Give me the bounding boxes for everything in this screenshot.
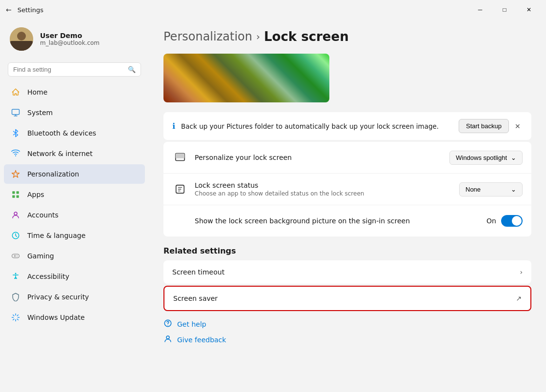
nav-label-privacy: Privacy & security <box>27 293 89 301</box>
related-row-title-screen-timeout: Screen timeout <box>172 268 224 276</box>
nav-label-personalization: Personalization <box>27 170 79 178</box>
sidebar: User Demo m_lab@outlook.com 🔍 Home Syste… <box>0 20 149 392</box>
svg-rect-3 <box>10 41 33 51</box>
breadcrumb: Personalization › Lock screen <box>163 29 531 44</box>
svg-rect-6 <box>12 191 15 194</box>
row-text-lock-status: Lock screen status Choose an app to show… <box>195 181 452 197</box>
row-control-sign-in-bg: On <box>486 215 523 227</box>
svg-point-20 <box>167 325 168 326</box>
settings-section: Personalize your lock screen Windows spo… <box>163 142 531 236</box>
svg-point-13 <box>17 255 18 256</box>
info-icon: ℹ️ <box>172 121 175 131</box>
related-row-title-screen-saver: Screen saver <box>173 294 218 302</box>
search-icon: 🔍 <box>128 66 136 73</box>
svg-point-1 <box>17 32 26 40</box>
nav-icon-accounts <box>11 210 20 220</box>
info-banner-text: Back up your Pictures folder to automati… <box>181 122 439 130</box>
breadcrumb-parent[interactable]: Personalization <box>163 30 252 43</box>
toggle-switch-sign-in-bg[interactable] <box>501 215 523 227</box>
sidebar-item-bluetooth[interactable]: Bluetooth & devices <box>4 123 145 143</box>
minimize-button[interactable]: ─ <box>469 2 491 18</box>
svg-point-10 <box>14 212 17 215</box>
footer-link-label-get-help: Get help <box>177 320 206 328</box>
dropdown-lock-status[interactable]: None ⌄ <box>459 182 523 196</box>
search-input[interactable] <box>13 66 124 73</box>
search-box[interactable]: 🔍 <box>8 62 141 77</box>
breadcrumb-separator: › <box>256 31 260 42</box>
row-title-personalize-lock: Personalize your lock screen <box>195 154 443 161</box>
nav-icon-network <box>11 149 20 158</box>
window-controls: ─ □ ✕ <box>469 2 540 18</box>
sidebar-item-time[interactable]: Time & language <box>4 226 145 245</box>
page-header: Personalization › Lock screen <box>163 29 531 44</box>
lock-screen-preview <box>163 54 329 102</box>
sidebar-item-apps[interactable]: Apps <box>4 185 145 204</box>
sidebar-item-privacy[interactable]: Privacy & security <box>4 287 145 307</box>
sidebar-item-network[interactable]: Network & internet <box>4 144 145 163</box>
user-profile[interactable]: User Demo m_lab@outlook.com <box>0 20 149 59</box>
nav-label-time: Time & language <box>27 232 85 239</box>
settings-row-personalize-lock: Personalize your lock screen Windows spo… <box>163 142 531 174</box>
app-title: Settings <box>18 6 43 14</box>
related-row-screen-timeout[interactable]: Screen timeout › <box>163 260 531 284</box>
svg-rect-7 <box>17 191 19 194</box>
start-backup-button[interactable]: Start backup <box>459 119 509 133</box>
title-bar: ← Settings ─ □ ✕ <box>0 0 546 20</box>
nav-icon-time <box>11 231 20 240</box>
row-icon-lock-status <box>172 181 188 197</box>
nav-icon-gaming <box>11 251 20 261</box>
nav-icon-apps <box>11 190 20 199</box>
toggle-sign-in-bg[interactable]: On <box>486 215 523 227</box>
nav-icon-system <box>11 108 20 118</box>
sidebar-item-update[interactable]: Windows Update <box>4 308 145 327</box>
info-actions: Start backup ✕ <box>459 119 523 133</box>
dropdown-value-personalize-lock: Windows spotlight <box>456 154 507 161</box>
footer-links: Get help Give feedback <box>163 319 531 345</box>
sidebar-item-gaming[interactable]: Gaming <box>4 246 145 266</box>
footer-link-label-give-feedback: Give feedback <box>177 336 226 344</box>
svg-point-14 <box>17 256 18 257</box>
row-control-lock-status: None ⌄ <box>459 182 523 196</box>
maximize-button[interactable]: □ <box>493 2 516 18</box>
svg-rect-17 <box>176 154 184 158</box>
svg-rect-9 <box>17 196 19 198</box>
nav-label-home: Home <box>27 88 47 96</box>
nav-icon-personalization <box>11 169 20 179</box>
row-icon-personalize-lock <box>172 150 188 165</box>
svg-point-21 <box>166 336 169 339</box>
sidebar-item-accessibility[interactable]: Accessibility <box>4 267 145 286</box>
row-text-personalize-lock: Personalize your lock screen <box>195 154 443 161</box>
avatar <box>10 27 33 51</box>
nav-label-gaming: Gaming <box>27 252 54 260</box>
svg-rect-8 <box>12 196 15 198</box>
row-subtitle-lock-status: Choose an app to show detailed status on… <box>195 190 452 197</box>
related-row-screen-saver[interactable]: Screen saver ↗ <box>163 286 531 311</box>
nav-label-system: System <box>27 109 53 117</box>
nav-list: Home System Bluetooth & devices Network … <box>0 82 149 328</box>
footer-link-get-help[interactable]: Get help <box>163 319 531 330</box>
back-icon[interactable]: ← <box>6 6 12 14</box>
related-settings-list: Screen timeout › Screen saver ↗ <box>163 260 531 311</box>
row-title-sign-in-bg: Show the lock screen background picture … <box>195 217 480 225</box>
sidebar-item-home[interactable]: Home <box>4 82 145 102</box>
sidebar-item-accounts[interactable]: Accounts <box>4 205 145 225</box>
nav-icon-privacy <box>11 292 20 302</box>
sidebar-item-system[interactable]: System <box>4 103 145 122</box>
user-name: User Demo <box>40 32 100 39</box>
row-title-lock-status: Lock screen status <box>195 181 452 189</box>
sidebar-item-personalization[interactable]: Personalization <box>4 164 145 184</box>
footer-icon-give-feedback <box>163 334 172 345</box>
footer-icon-get-help <box>163 319 172 330</box>
nav-icon-home <box>11 87 20 97</box>
chevron-down-icon: ⌄ <box>511 154 516 161</box>
close-banner-button[interactable]: ✕ <box>513 120 523 132</box>
footer-link-give-feedback[interactable]: Give feedback <box>163 334 531 345</box>
nav-icon-bluetooth <box>11 128 20 138</box>
nav-label-apps: Apps <box>27 191 44 198</box>
nav-icon-update <box>11 313 20 322</box>
nav-icon-accessibility <box>11 272 20 281</box>
related-settings-title: Related settings <box>163 246 531 255</box>
dropdown-personalize-lock[interactable]: Windows spotlight ⌄ <box>449 151 523 165</box>
close-button[interactable]: ✕ <box>518 2 540 18</box>
user-info: User Demo m_lab@outlook.com <box>40 32 100 46</box>
